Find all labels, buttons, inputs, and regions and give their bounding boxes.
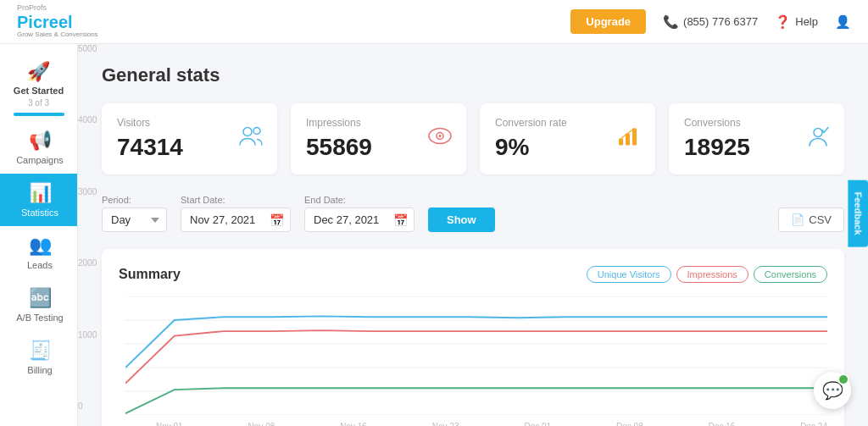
csv-button[interactable]: 📄 CSV	[778, 207, 844, 232]
progress-bar-container	[14, 113, 64, 116]
help-icon: ❓	[775, 14, 791, 30]
impressions-icon	[427, 125, 453, 153]
legend-buttons: Unique Visitors Impressions Conversions	[587, 266, 827, 283]
logo-area: ProProfs Picreel Grow Sales & Conversion…	[17, 4, 98, 39]
start-date-wrap: 📅	[181, 207, 291, 232]
end-date-wrap: 📅	[304, 207, 415, 232]
logo-tagline: Grow Sales & Conversions	[17, 31, 98, 39]
svg-point-4	[439, 135, 442, 137]
period-select[interactable]: Day Week Month	[102, 207, 167, 232]
phone-link[interactable]: 📞 (855) 776 6377	[663, 14, 758, 30]
sidebar-label-ab-testing: A/B Testing	[16, 313, 63, 323]
rocket-icon: 🚀	[27, 61, 50, 83]
svg-point-1	[253, 128, 260, 135]
sidebar-item-get-started[interactable]: 🚀 Get Started 3 of 3	[0, 53, 77, 121]
topnav-right: Upgrade 📞 (855) 776 6377 ❓ Help 👤	[570, 9, 851, 34]
start-date-control: Start Date: 📅	[181, 195, 291, 232]
page-title: General stats	[102, 64, 844, 86]
legend-impressions[interactable]: Impressions	[676, 266, 748, 283]
y-axis-labels: 5000 4000 3000 2000 1000 0	[78, 44, 97, 426]
end-date-control: End Date: 📅	[304, 195, 415, 232]
ab-testing-icon: 🔤	[29, 287, 52, 309]
end-date-input[interactable]	[304, 207, 415, 232]
end-date-label: End Date:	[304, 195, 415, 205]
sidebar-label-statistics: Statistics	[21, 207, 58, 218]
user-profile-link[interactable]: 👤	[835, 14, 851, 30]
logo-main: Picreel	[17, 13, 98, 31]
legend-unique-visitors[interactable]: Unique Visitors	[587, 266, 671, 283]
sidebar-item-campaigns[interactable]: 📢 Campaigns	[0, 121, 77, 174]
svg-point-8	[814, 129, 822, 137]
show-button[interactable]: Show	[428, 207, 495, 232]
progress-bar-fill	[14, 113, 64, 116]
billing-icon: 🧾	[29, 340, 52, 362]
sidebar-label-leads: Leads	[27, 260, 53, 270]
start-date-input[interactable]	[181, 207, 291, 232]
user-icon: 👤	[835, 14, 851, 30]
campaigns-icon: 📢	[29, 130, 52, 152]
main-content: General stats Visitors 74314 Impressions…	[78, 44, 868, 426]
summary-section: Summary Unique Visitors Impressions Conv…	[102, 249, 844, 426]
sidebar-item-leads[interactable]: 👥 Leads	[0, 226, 77, 279]
phone-number: (855) 776 6377	[683, 15, 758, 28]
help-link[interactable]: ❓ Help	[775, 14, 818, 30]
sidebar: 🚀 Get Started 3 of 3 📢 Campaigns 📊 Stati…	[0, 44, 78, 426]
conversion-rate-icon	[616, 125, 642, 153]
sidebar-item-statistics[interactable]: 📊 Statistics	[0, 174, 77, 226]
svg-rect-6	[626, 134, 630, 146]
x-axis-labels: Nov 01 Nov 08 Nov 16 Nov 23 Dec 01 Dec 0…	[125, 422, 827, 426]
summary-title: Summary	[119, 267, 181, 282]
csv-label: CSV	[809, 213, 832, 226]
phone-icon: 📞	[663, 14, 679, 30]
getstarted-progress-text: 3 of 3	[28, 98, 49, 108]
csv-icon: 📄	[791, 213, 804, 226]
stat-card-conversions: Conversions 18925	[669, 103, 844, 174]
feedback-tab[interactable]: Feedback	[849, 180, 868, 246]
legend-conversions[interactable]: Conversions	[754, 266, 827, 283]
sidebar-label-campaigns: Campaigns	[16, 155, 64, 165]
statistics-icon: 📊	[29, 182, 52, 204]
sidebar-label-billing: Billing	[27, 365, 52, 375]
controls-row: Period: Day Week Month Start Date: 📅 End…	[102, 195, 844, 232]
summary-header: Summary Unique Visitors Impressions Conv…	[119, 266, 827, 283]
chat-icon: 💬	[822, 380, 843, 401]
visitors-icon	[238, 125, 264, 153]
main-layout: 🚀 Get Started 3 of 3 📢 Campaigns 📊 Stati…	[0, 44, 868, 426]
stat-card-visitors: Visitors 74314	[102, 103, 277, 174]
top-navigation: ProProfs Picreel Grow Sales & Conversion…	[0, 0, 868, 44]
start-date-label: Start Date:	[181, 195, 291, 205]
upgrade-button[interactable]: Upgrade	[570, 9, 646, 34]
period-label: Period:	[102, 195, 167, 205]
help-label: Help	[795, 15, 818, 28]
conversions-icon	[805, 125, 831, 153]
stat-card-impressions: Impressions 55869	[291, 103, 466, 174]
chart-area: Nov 01 Nov 08 Nov 16 Nov 23 Dec 01 Dec 0…	[119, 296, 827, 426]
sidebar-item-billing[interactable]: 🧾 Billing	[0, 331, 77, 384]
chart-svg	[125, 296, 827, 415]
chat-bubble[interactable]: 💬	[814, 372, 851, 409]
logo-prefix: ProProfs	[17, 4, 98, 13]
chart-container: 5000 4000 3000 2000 1000 0	[119, 296, 827, 426]
svg-point-0	[243, 128, 252, 136]
period-control: Period: Day Week Month	[102, 195, 167, 232]
stat-cards: Visitors 74314 Impressions 55869	[102, 103, 844, 174]
leads-icon: 👥	[29, 235, 52, 257]
stat-card-conversion-rate: Conversion rate 9%	[480, 103, 655, 174]
svg-rect-5	[619, 139, 623, 146]
getstarted-label: Get Started	[14, 86, 64, 96]
sidebar-item-ab-testing[interactable]: 🔤 A/B Testing	[0, 279, 77, 331]
svg-rect-7	[632, 129, 637, 146]
